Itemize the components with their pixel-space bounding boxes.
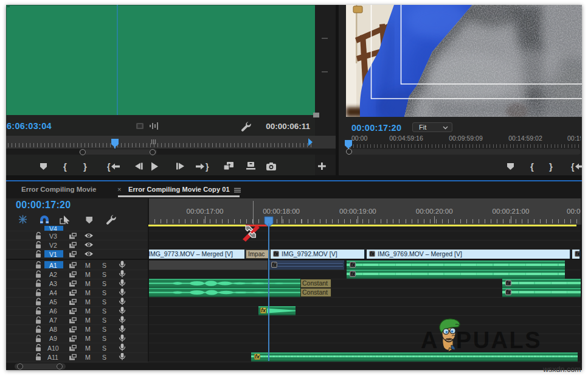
svg-text:A10: A10 [47,345,59,352]
svg-text:V4: V4 [49,225,57,233]
svg-text:A4: A4 [49,289,57,296]
svg-text:}: } [549,161,553,172]
svg-text:M: M [85,289,91,296]
svg-text:M: M [85,345,91,352]
svg-text:{: { [530,161,534,172]
svg-text:V3: V3 [49,233,57,240]
svg-text:}: } [206,162,209,172]
svg-text:M: M [85,298,91,306]
svg-text:V2: V2 [49,242,57,249]
svg-text:S: S [102,262,106,269]
svg-text:S: S [102,326,106,333]
svg-text:A6: A6 [49,307,57,315]
svg-text:{: { [571,162,575,172]
svg-text:S: S [102,271,106,278]
svg-text:S: S [102,317,106,324]
svg-text:M: M [85,326,91,333]
svg-text:S: S [102,354,106,361]
svg-text:M: M [85,335,91,342]
svg-text:S: S [102,307,106,315]
svg-text:S: S [102,335,106,342]
svg-text:S: S [102,280,106,287]
svg-text:M: M [85,271,91,278]
svg-text:A9: A9 [49,335,57,342]
svg-text:A8: A8 [49,326,57,333]
svg-text:}: } [83,161,87,172]
svg-text:M: M [85,354,91,361]
svg-text:S: S [102,298,106,306]
svg-text:S: S [102,289,106,296]
svg-text:V1: V1 [49,251,57,258]
svg-text:{: { [107,162,111,172]
svg-text:A3: A3 [49,280,57,287]
svg-text:A2: A2 [49,271,57,278]
svg-text:A7: A7 [49,317,57,324]
svg-text:M: M [85,307,91,315]
svg-text:M: M [85,280,91,287]
svg-text:A11: A11 [47,354,58,361]
svg-text:M: M [85,262,91,269]
svg-text:M: M [85,317,91,324]
svg-text:{: { [63,161,67,172]
svg-text:A1: A1 [49,262,57,269]
svg-text:S: S [102,345,106,352]
svg-text:A5: A5 [49,298,57,306]
